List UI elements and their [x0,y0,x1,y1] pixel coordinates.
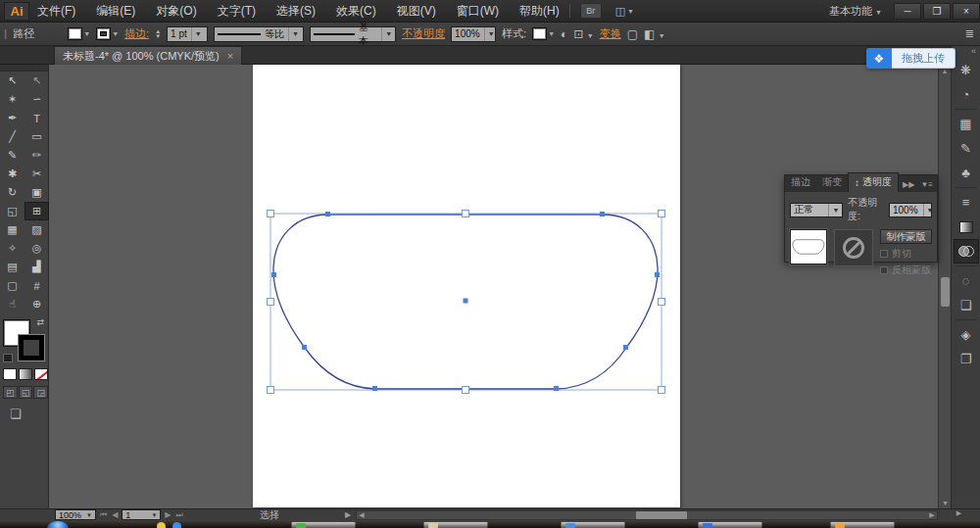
graphic-style-control[interactable]: ▼ [532,27,555,40]
mesh-tool[interactable]: ▦ [0,220,24,239]
taskbar-app-button[interactable] [561,521,625,528]
taskbar-app-button[interactable] [291,521,356,528]
panel-opacity-field[interactable]: 100%▼ [889,203,932,217]
brushes-panel-button[interactable]: ✎ [954,136,979,161]
brush-definition-select[interactable]: 基本▼ [310,26,396,42]
panel-menu-icon[interactable]: ▼≡ [920,180,933,189]
menu-help[interactable]: 帮助(H) [519,3,560,20]
start-button[interactable] [47,521,69,528]
graphic-style-swatch[interactable] [532,27,547,40]
tools-panel-header[interactable] [0,65,48,72]
clip-checkbox[interactable]: 剪切 [880,247,932,261]
fill-color-swatch[interactable] [68,27,82,40]
direct-selection-tool[interactable]: ↖ [24,72,49,90]
column-graph-tool[interactable]: ▟ [24,258,49,276]
horizontal-scroll-thumb[interactable] [636,511,687,519]
hand-tool[interactable]: ☝ [0,295,24,313]
symbols-panel-button[interactable]: ♣ [954,161,979,185]
opacity-field[interactable]: 100%▼ [451,26,496,42]
menu-view[interactable]: 视图(V) [397,3,436,20]
previous-artboard-icon[interactable]: ◀ [112,510,118,520]
shape-builder-tool[interactable]: ◱ [0,202,24,220]
none-mode-button[interactable] [34,368,48,380]
default-fill-stroke-icon[interactable] [3,354,13,362]
stroke-panel-link[interactable]: 描边: [124,26,149,41]
color-mode-button[interactable] [3,368,17,380]
menu-select[interactable]: 选择(S) [276,3,316,20]
artboard-tool[interactable]: ▢ [0,276,24,295]
blob-brush-tool[interactable]: ✱ [0,165,24,183]
stroke-color-control[interactable]: ▼ [96,27,119,40]
selected-shape-overlay[interactable] [49,65,938,508]
first-artboard-icon[interactable]: ⏮ [100,510,107,520]
arrange-documents-button[interactable]: ◫▼ [615,5,634,18]
draw-normal-button[interactable]: ◰ [3,386,18,399]
menu-type[interactable]: 文字(T) [218,3,256,20]
graphic-styles-panel-button[interactable]: ❏ [954,293,979,317]
menu-object[interactable]: 对象(O) [156,3,196,20]
slice-tool[interactable]: # [24,276,49,295]
scissors-tool[interactable]: ✂ [24,165,49,183]
variable-width-profile-select[interactable]: 等比▼ [214,26,304,42]
free-transform-tool[interactable]: ▣ [24,183,49,202]
color-panel-button[interactable]: ❋ [954,58,979,82]
opacity-panel-link[interactable]: 不透明度 [402,26,445,41]
transparency-panel-button[interactable] [954,239,979,264]
close-tab-icon[interactable]: × [227,50,233,62]
drag-upload-overlay[interactable]: ❖ 拖拽上传 [866,48,956,69]
stroke-panel-button[interactable]: ≡ [954,190,979,215]
horizontal-scrollbar[interactable]: ◀ ▶ [356,510,938,520]
stroke-color-swatch[interactable] [96,27,111,40]
menu-window[interactable]: 窗口(W) [457,3,499,20]
taskbar-app-button[interactable] [830,521,895,528]
gradient-mode-button[interactable] [19,368,32,380]
screen-mode-button[interactable]: ❏ [10,407,48,421]
status-bar-expand-icon[interactable]: ▶ [345,510,351,519]
stroke-swatch[interactable] [19,335,44,360]
workspace-switcher[interactable]: 基本功能 ▼ [829,4,882,19]
type-tool[interactable]: T [24,109,49,127]
control-panel-menu-icon[interactable]: ≣ [965,27,974,40]
tab-gradient[interactable]: 渐变 [816,173,848,192]
object-thumbnail[interactable] [790,229,827,264]
last-artboard-icon[interactable]: ⏭ [176,510,183,520]
perspective-grid-tool[interactable]: ⊞ [24,202,49,220]
menu-effect[interactable]: 效果(C) [336,3,376,20]
make-mask-button[interactable]: 制作蒙版 [880,229,932,244]
gradient-panel-button[interactable] [954,215,979,239]
appearance-panel-button[interactable]: ◌ [954,268,979,293]
rectangle-tool[interactable]: ▭ [24,127,49,146]
artboards-panel-button[interactable]: ❐ [954,347,979,371]
menu-file[interactable]: 文件(F) [37,3,75,20]
vertical-scrollbar[interactable]: ▲ ▼ [938,65,951,508]
pen-tool[interactable]: ✒ [0,109,24,127]
tab-transparency[interactable]: ↕ 透明度 [848,172,899,192]
panel-collapse-icon[interactable]: ▶▶ [903,180,914,189]
close-button[interactable]: × [953,3,980,20]
document-setup-icon[interactable]: ◐ [561,27,567,41]
invert-mask-checkbox[interactable]: 反相蒙版 [880,264,932,277]
scroll-right-icon[interactable]: ▶ [927,511,937,519]
draw-inside-button[interactable]: ◲ [33,386,48,399]
stroke-weight-stepper[interactable]: ▲▼ [155,29,161,39]
tab-stroke[interactable]: 描边 [785,173,816,192]
artboard-number-field[interactable]: 1▼ [122,509,161,520]
taskbar-icon[interactable] [172,522,181,528]
isolate-selected-object-icon[interactable]: ▢ [627,27,638,41]
fill-color-control[interactable]: ▼ [68,27,90,40]
lasso-tool[interactable]: ∽ [24,90,49,109]
magic-wand-tool[interactable]: ✶ [0,90,24,109]
align-options-icon[interactable]: ⊡ ▼ [573,27,593,41]
selection-tool[interactable]: ↖ [0,72,24,90]
layers-panel-button[interactable]: ◈ [954,322,979,347]
paintbrush-tool[interactable]: ✎ [0,146,24,165]
minimize-button[interactable]: ─ [894,3,921,20]
taskbar-app-button[interactable] [698,521,762,528]
stroke-weight-field[interactable]: 1 pt▼ [167,26,208,42]
vertical-scroll-thumb[interactable] [941,277,950,307]
restore-button[interactable]: ❐ [923,3,951,20]
symbol-sprayer-tool[interactable]: ▤ [0,258,24,276]
blend-tool[interactable]: ◎ [24,239,49,258]
next-artboard-icon[interactable]: ▶ [165,510,171,520]
swap-fill-stroke-icon[interactable]: ⇄ [36,317,44,327]
